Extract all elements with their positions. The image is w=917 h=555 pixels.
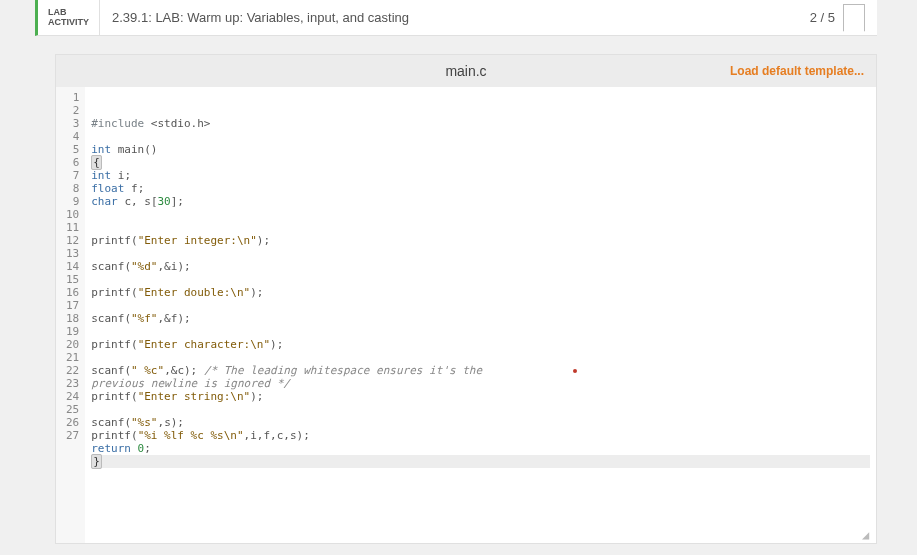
line-number: 14 [66,260,79,273]
line-number: 21 [66,351,79,364]
line-number: 1 [66,91,79,104]
code-line[interactable] [91,273,870,286]
code-line[interactable]: scanf("%f",&f); [91,312,870,325]
line-number: 7 [66,169,79,182]
code-line[interactable]: float f; [91,182,870,195]
editor-body[interactable]: 1234567891011121314151617181920212223242… [56,87,876,543]
lab-title: 2.39.1: LAB: Warm up: Variables, input, … [100,10,810,25]
line-number: 5 [66,143,79,156]
line-number: 26 [66,416,79,429]
score-display: 2 / 5 [810,10,835,25]
code-line[interactable] [91,299,870,312]
line-number: 11 [66,221,79,234]
code-line[interactable]: { [91,156,870,169]
line-number: 22 [66,364,79,377]
line-number: 10 [66,208,79,221]
code-line[interactable]: return 0; [91,442,870,455]
lab-header: LAB ACTIVITY 2.39.1: LAB: Warm up: Varia… [35,0,877,36]
code-line[interactable] [91,208,870,221]
lab-label-2: ACTIVITY [48,18,89,28]
line-number: 3 [66,117,79,130]
line-number: 19 [66,325,79,338]
code-line[interactable]: printf("%i %lf %c %s\n",i,f,c,s); [91,429,870,442]
code-line[interactable]: scanf("%d",&i); [91,260,870,273]
line-number: 24 [66,390,79,403]
line-number: 25 [66,403,79,416]
code-line[interactable]: int main() [91,143,870,156]
editor-header: main.c Load default template... [56,55,876,87]
code-line[interactable] [91,247,870,260]
line-number: 27 [66,429,79,442]
line-number: 20 [66,338,79,351]
line-number: 15 [66,273,79,286]
line-number: 12 [66,234,79,247]
load-default-template-link[interactable]: Load default template... [730,64,864,78]
line-number: 23 [66,377,79,390]
filename-label: main.c [445,63,486,79]
line-number-gutter: 1234567891011121314151617181920212223242… [56,87,85,543]
bookmark-icon[interactable] [843,4,865,32]
line-number: 13 [66,247,79,260]
code-area[interactable]: #include <stdio.h>int main(){int i;float… [85,87,876,543]
code-editor: main.c Load default template... 12345678… [55,54,877,544]
code-line[interactable] [91,403,870,416]
code-line[interactable]: #include <stdio.h> [91,117,870,130]
code-line[interactable]: } [91,455,870,468]
code-line[interactable] [91,130,870,143]
code-line[interactable]: printf("Enter double:\n"); [91,286,870,299]
line-number: 9 [66,195,79,208]
code-line[interactable]: previous newline is ignored */ [91,377,870,390]
line-number: 6 [66,156,79,169]
code-line[interactable] [91,325,870,338]
code-line[interactable]: scanf(" %c",&c); /* The leading whitespa… [91,364,870,377]
code-line[interactable] [91,351,870,364]
code-line[interactable]: char c, s[30]; [91,195,870,208]
code-line[interactable]: printf("Enter integer:\n"); [91,234,870,247]
code-line[interactable] [91,221,870,234]
line-number: 8 [66,182,79,195]
code-line[interactable]: printf("Enter string:\n"); [91,390,870,403]
code-line[interactable]: scanf("%s",s); [91,416,870,429]
line-number: 16 [66,286,79,299]
line-number: 2 [66,104,79,117]
code-line[interactable]: int i; [91,169,870,182]
lab-activity-label: LAB ACTIVITY [38,0,100,35]
line-number: 4 [66,130,79,143]
resize-grip-icon[interactable]: ◢ [862,529,874,541]
line-number: 17 [66,299,79,312]
line-number: 18 [66,312,79,325]
code-line[interactable]: printf("Enter character:\n"); [91,338,870,351]
